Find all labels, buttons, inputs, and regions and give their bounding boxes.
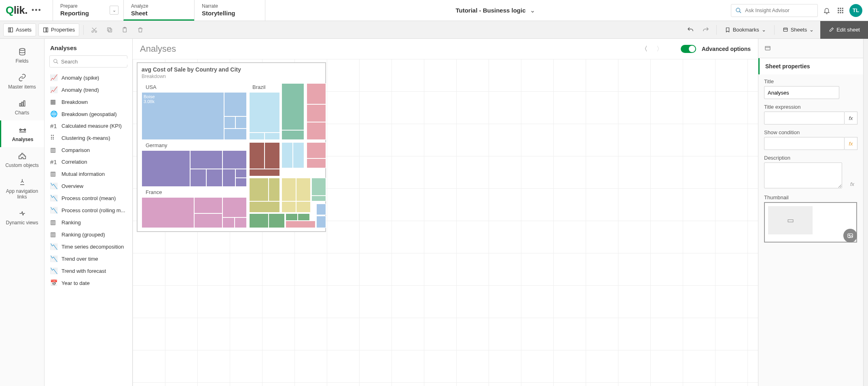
treemap-cell[interactable]: [222, 169, 235, 187]
delete-icon[interactable]: [134, 23, 147, 36]
rail-nav-links[interactable]: App navigation links: [0, 173, 44, 205]
treemap-cell[interactable]: [307, 122, 326, 140]
fx-icon[interactable]: fx: [850, 181, 854, 187]
bell-icon[interactable]: [822, 6, 832, 15]
treemap-cell[interactable]: [296, 178, 311, 201]
next-sheet-icon[interactable]: 〉: [655, 43, 665, 55]
bookmarks-button[interactable]: Bookmarks ⌄: [721, 23, 770, 36]
list-item[interactable]: 📉Process control (rolling m...: [44, 204, 132, 216]
list-item[interactable]: 📉Trend with forecast: [44, 265, 132, 277]
treemap-cell[interactable]: [282, 130, 304, 140]
thumbnail-box[interactable]: ▭: [764, 202, 857, 243]
treemap-cell[interactable]: [282, 201, 296, 213]
list-item[interactable]: 📉Process control (mean): [44, 192, 132, 204]
treemap-cell[interactable]: [293, 142, 304, 168]
list-item[interactable]: ▥Comparison: [44, 144, 132, 156]
title-input[interactable]: [764, 86, 839, 99]
nav-analyze[interactable]: Analyze Sheet: [123, 0, 194, 21]
treemap-cell[interactable]: [249, 201, 280, 213]
treemap-cell[interactable]: [222, 150, 247, 169]
chevron-down-icon[interactable]: ⌄: [530, 6, 535, 14]
treemap-cell[interactable]: [316, 204, 326, 215]
treemap-cell[interactable]: [298, 213, 310, 221]
treemap-cell[interactable]: [224, 129, 247, 140]
treemap-cell[interactable]: [282, 178, 296, 201]
insight-search[interactable]: [731, 4, 818, 17]
treemap-cell[interactable]: [265, 142, 280, 169]
treemap-cell[interactable]: [307, 104, 326, 122]
list-item[interactable]: 📉Overview: [44, 180, 132, 192]
fx-button[interactable]: fx: [845, 137, 857, 150]
treemap-cell[interactable]: [282, 142, 293, 168]
treemap-cell[interactable]: [316, 216, 326, 228]
treemap-cell[interactable]: [222, 197, 247, 217]
scrollbar[interactable]: [863, 39, 868, 386]
treemap-cell[interactable]: [296, 201, 311, 213]
rail-dynamic-views[interactable]: Dynamic views: [0, 205, 44, 230]
treemap-cell[interactable]: [249, 178, 269, 201]
treemap-cell[interactable]: [311, 178, 326, 196]
treemap-cell[interactable]: [269, 213, 285, 228]
treemap-cell[interactable]: [222, 217, 235, 228]
treemap-cell[interactable]: [190, 150, 222, 169]
treemap-cell[interactable]: [194, 197, 222, 213]
description-input[interactable]: [764, 162, 842, 188]
insight-search-input[interactable]: [745, 7, 813, 13]
assets-button[interactable]: Assets: [3, 23, 36, 36]
list-item[interactable]: 🌐Breakdown (geospatial): [44, 108, 132, 120]
treemap-cell[interactable]: [235, 178, 247, 187]
prev-sheet-icon[interactable]: 〈: [639, 43, 649, 55]
avatar[interactable]: TL: [849, 4, 862, 17]
list-item[interactable]: ▥Mutual information: [44, 168, 132, 180]
show-condition-input[interactable]: [764, 137, 845, 150]
analyses-search-input[interactable]: [61, 59, 129, 65]
undo-icon[interactable]: [684, 23, 697, 36]
treemap-cell[interactable]: [307, 142, 326, 158]
sheet-canvas[interactable]: avg Cost of Sale by Country and City Bre…: [133, 59, 758, 386]
treemap-cell[interactable]: [194, 213, 222, 228]
grid-apps-icon[interactable]: [836, 6, 845, 15]
list-item[interactable]: ▦Breakdown: [44, 96, 132, 108]
nav-narrate[interactable]: Narrate Storytelling: [194, 0, 265, 21]
treemap-cell[interactable]: [249, 92, 280, 133]
treemap-cell[interactable]: [307, 83, 326, 104]
edit-sheet-button[interactable]: Edit sheet: [820, 21, 868, 39]
rail-charts[interactable]: Charts: [0, 95, 44, 120]
treemap-cell[interactable]: [307, 158, 326, 168]
cut-icon[interactable]: [88, 23, 101, 36]
treemap-chart[interactable]: avg Cost of Sale by Country and City Bre…: [137, 62, 326, 232]
list-item[interactable]: 📅Year to date: [44, 277, 132, 289]
chevron-down-icon[interactable]: ⌄: [110, 6, 119, 15]
redo-icon[interactable]: [699, 23, 712, 36]
analyses-search[interactable]: [49, 55, 127, 67]
treemap-cell[interactable]: [269, 178, 280, 201]
title-expression-input[interactable]: [764, 112, 845, 124]
nav-prepare[interactable]: Prepare Reporting ⌄: [53, 0, 123, 21]
upload-image-icon[interactable]: [843, 229, 857, 243]
treemap-cell[interactable]: [249, 142, 265, 169]
list-item[interactable]: #1Calculated measure (KPI): [44, 120, 132, 132]
list-item[interactable]: ▥Ranking: [44, 216, 132, 228]
treemap-cell[interactable]: [286, 221, 315, 228]
fx-button[interactable]: fx: [845, 112, 857, 124]
list-item[interactable]: ▥Ranking (grouped): [44, 228, 132, 240]
treemap-cell[interactable]: [224, 92, 247, 116]
treemap-cell[interactable]: [249, 169, 280, 176]
treemap-cell[interactable]: [265, 133, 280, 140]
treemap-cell[interactable]: [206, 169, 222, 187]
treemap-cell[interactable]: [142, 150, 190, 187]
treemap-cell[interactable]: [249, 133, 265, 140]
treemap-cell[interactable]: [235, 217, 247, 228]
treemap-cell[interactable]: [286, 213, 298, 221]
paste-icon[interactable]: [119, 23, 131, 36]
treemap-cell[interactable]: [190, 169, 206, 187]
list-item[interactable]: ⠿Clustering (k-means): [44, 132, 132, 144]
list-item[interactable]: 📉Time series decomposition: [44, 240, 132, 253]
list-item[interactable]: #1Correlation: [44, 156, 132, 168]
treemap-cell[interactable]: [311, 196, 326, 201]
treemap-cell[interactable]: [235, 169, 247, 178]
list-item[interactable]: 📉Trend over time: [44, 253, 132, 265]
treemap-cell[interactable]: [282, 83, 304, 130]
sheets-button[interactable]: Sheets ⌄: [779, 23, 818, 36]
treemap-cell[interactable]: Boise3.08k: [142, 92, 224, 140]
